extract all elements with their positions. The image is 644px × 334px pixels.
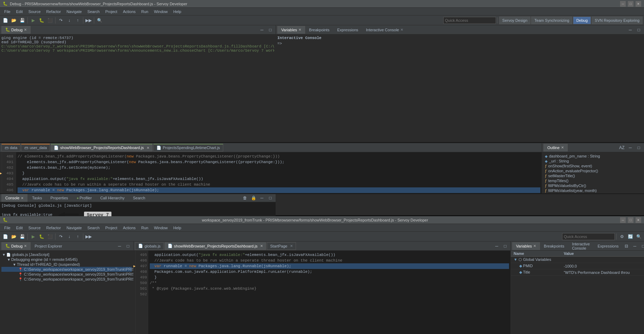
w2-tab-showweb[interactable]: 📄 showWebBrowser_ProjectsReportsDashboar…: [165, 242, 266, 250]
w2-toolbar-icon2[interactable]: 🔄: [626, 233, 634, 240]
menu-navigate[interactable]: Navigate: [64, 9, 84, 14]
var-row-global[interactable]: ▼ ⬡ Global Variables: [511, 257, 644, 263]
window2-minimize-btn[interactable]: ─: [620, 217, 626, 223]
w2-breakpoints-tab[interactable]: Breakpoints: [540, 242, 568, 250]
tasks-tab[interactable]: Tasks: [28, 194, 46, 202]
call-hierarchy-tab[interactable]: Call Hierarchy: [96, 194, 128, 202]
expressions-tab[interactable]: Expressions: [333, 26, 362, 34]
properties-tab[interactable]: Properties: [46, 194, 72, 202]
w2-vars-minimize[interactable]: ─: [631, 242, 639, 250]
breakpoints-tab[interactable]: Breakpoints: [305, 26, 333, 34]
w2-show-close[interactable]: ✕: [260, 244, 263, 248]
console-tab-close[interactable]: ✕: [21, 196, 24, 200]
var-row-pmid[interactable]: ◆ PMID -1000.0: [511, 263, 644, 269]
vars-tab-close[interactable]: ✕: [298, 28, 301, 32]
console-minimize-btn[interactable]: ─: [258, 194, 266, 202]
w2-stop-btn[interactable]: ⬛: [46, 233, 54, 240]
w2-quick-access-input[interactable]: [562, 233, 615, 240]
w2-toolbar-icon1[interactable]: ⚙: [618, 233, 626, 240]
w2-editor-minimize[interactable]: ─: [493, 242, 501, 250]
w2-vars-close[interactable]: ✕: [533, 244, 536, 248]
run-btn[interactable]: ▶: [29, 17, 37, 24]
outline-tab[interactable]: Outline ✕: [543, 144, 568, 152]
w2-menu-search[interactable]: Search: [85, 225, 103, 231]
w2-run-btn[interactable]: ▶: [29, 233, 37, 240]
tab-show-close[interactable]: ✕: [147, 146, 149, 150]
w2-vars-collapse-btn[interactable]: ⊟: [623, 242, 630, 250]
w2-open-btn[interactable]: 📂: [10, 233, 18, 240]
step-over-btn[interactable]: ↷: [57, 17, 65, 24]
search-btn[interactable]: 🔍: [96, 17, 103, 24]
save-btn[interactable]: 💾: [18, 17, 26, 24]
perspective-servoy-design[interactable]: Servoy Design: [499, 17, 531, 24]
menu-edit[interactable]: Edit: [13, 9, 26, 14]
w2-start-close[interactable]: ✕: [290, 244, 293, 248]
console-maximize-btn[interactable]: □: [266, 194, 274, 202]
perspective-team-sync[interactable]: Team Synchronizing: [531, 17, 572, 24]
clear-console-btn[interactable]: 🗑: [241, 194, 249, 202]
w2-menu-navigate[interactable]: Navigate: [64, 225, 84, 231]
w2-tab-globals[interactable]: 📄 globals.js: [135, 242, 164, 250]
w2-save-btn[interactable]: 💾: [18, 233, 26, 240]
tree-frame-1[interactable]: 📍 C:\Servoy_workspaces\workspace_servoy2…: [1, 272, 132, 277]
step-into-btn[interactable]: ↓: [65, 17, 73, 24]
window1-close-btn[interactable]: ✕: [636, 1, 641, 7]
debug-panel-maximize[interactable]: □: [266, 26, 274, 34]
menu-run[interactable]: Run: [139, 9, 151, 14]
variables-tab[interactable]: Variables ✕: [277, 26, 305, 34]
ic-tab-close[interactable]: ✕: [400, 28, 403, 32]
scroll-lock-btn[interactable]: 🔒: [250, 194, 257, 202]
tree-frame-0[interactable]: 📍 C:\Servoy_workspaces\workspace_servoy2…: [1, 267, 132, 272]
w2-project-explorer-tab[interactable]: Project Explorer: [31, 242, 66, 250]
tab-projects[interactable]: 📄 ProjectsSpendingLifetimeChart.js: [153, 144, 223, 152]
w2-variables-tab[interactable]: Variables ✕: [512, 242, 540, 250]
window1-minimize-btn[interactable]: ─: [620, 1, 626, 7]
w2-left-minimize[interactable]: ─: [116, 242, 123, 250]
menu-project[interactable]: Project: [102, 9, 120, 14]
w2-menu-refactor[interactable]: Refactor: [44, 225, 64, 231]
menu-actions[interactable]: Actions: [120, 9, 139, 14]
vars-panel-maximize[interactable]: □: [635, 26, 643, 34]
tree-frame-2[interactable]: 📍 C:\Servoy_workspaces\workspace_servoy2…: [1, 277, 132, 282]
w2-debug-btn[interactable]: 🐛: [38, 233, 45, 240]
menu-file[interactable]: File: [1, 9, 13, 14]
w2-debug-tab-close[interactable]: ✕: [24, 244, 27, 248]
w2-ic-tab[interactable]: Interactive Console: [568, 242, 594, 250]
w2-menu-project[interactable]: Project: [102, 225, 120, 231]
outline-tab-close[interactable]: ✕: [561, 146, 564, 149]
w2-menu-actions[interactable]: Actions: [120, 225, 139, 231]
w2-menu-source[interactable]: Source: [26, 225, 44, 231]
quick-access-input[interactable]: [443, 17, 496, 24]
menu-refactor[interactable]: Refactor: [44, 9, 64, 14]
w2-menu-run[interactable]: Run: [139, 225, 151, 231]
w2-menu-help[interactable]: Help: [170, 225, 184, 231]
resume-btn[interactable]: ▶▶: [85, 17, 92, 24]
console-tab[interactable]: Console ✕: [1, 194, 27, 202]
w2-menu-file[interactable]: File: [1, 225, 13, 231]
w2-tab-startpage[interactable]: StartPage ✕: [267, 242, 296, 250]
tree-thread[interactable]: ▼ Thread id=THREAD_ID (suspended): [1, 262, 132, 267]
debug-tab-close[interactable]: ✕: [24, 28, 27, 32]
tab-data[interactable]: 🗃 data: [1, 144, 20, 152]
w2-toolbar-icon3[interactable]: 🔍: [635, 233, 643, 240]
w2-menu-window[interactable]: Window: [151, 225, 170, 231]
w2-debug-tab[interactable]: 🐛 Debug ✕: [1, 242, 31, 250]
debug-panel-minimize[interactable]: ─: [258, 26, 266, 34]
w2-vars-maximize[interactable]: □: [639, 242, 644, 250]
menu-window[interactable]: Window: [151, 9, 170, 14]
w2-step-return-btn[interactable]: ↑: [74, 233, 82, 240]
profiler-tab[interactable]: ● Profiler: [73, 194, 96, 202]
debug-tab[interactable]: 🐛 Debug ✕: [1, 26, 31, 34]
outline-sort-btn[interactable]: AZ: [618, 144, 626, 152]
var-row-title[interactable]: ◆ Title "WTD's Performance Dashboard thr…: [511, 269, 644, 276]
w2-menu-edit[interactable]: Edit: [13, 225, 26, 231]
w2-expressions-tab[interactable]: Expressions: [594, 242, 623, 250]
window1-maximize-btn[interactable]: □: [628, 1, 633, 7]
w2-left-maximize[interactable]: □: [124, 242, 132, 250]
tab-user-data[interactable]: 🗃 user_data: [21, 144, 50, 152]
menu-search[interactable]: Search: [85, 9, 103, 14]
w2-resume-btn[interactable]: ▶▶: [85, 233, 92, 240]
w2-step-over-btn[interactable]: ↷: [57, 233, 65, 240]
outline-maximize-btn[interactable]: □: [635, 144, 643, 152]
outline-hide-btn[interactable]: ─: [626, 144, 634, 152]
